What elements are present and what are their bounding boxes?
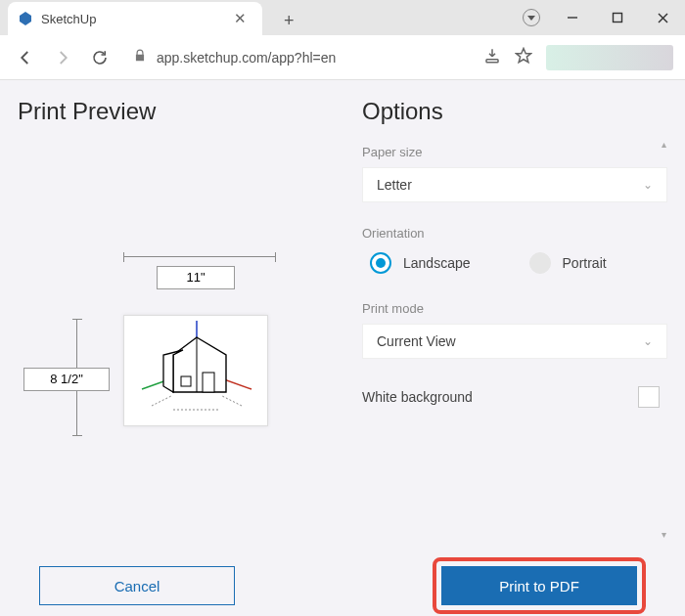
- url-text: app.sketchup.com/app?hl=en: [157, 50, 336, 66]
- browser-tab[interactable]: SketchUp ✕: [8, 2, 262, 35]
- new-tab-button[interactable]: +: [276, 7, 302, 35]
- browser-profile-icon[interactable]: [523, 9, 540, 26]
- preview-thumbnail: [123, 315, 268, 426]
- svg-rect-4: [486, 59, 498, 62]
- width-dimension: 11": [123, 252, 276, 295]
- print-mode-label: Print mode: [362, 301, 667, 316]
- radio-unselected-icon: [529, 252, 551, 274]
- sketchup-favicon-icon: [18, 11, 33, 26]
- paper-size-select[interactable]: Letter ⌄: [362, 167, 667, 202]
- print-to-pdf-button[interactable]: Print to PDF: [441, 566, 637, 605]
- install-app-icon[interactable]: [483, 47, 501, 68]
- print-preview-panel: Print Preview 11" 8 1/2": [18, 98, 362, 550]
- chevron-down-icon: ⌄: [643, 334, 653, 348]
- svg-marker-5: [517, 48, 531, 62]
- white-bg-group: White background: [362, 382, 667, 412]
- lock-icon: [133, 49, 147, 66]
- chevron-down-icon: ⌄: [643, 178, 653, 192]
- svg-rect-10: [203, 373, 214, 392]
- white-bg-checkbox[interactable]: [638, 386, 660, 408]
- print-mode-select[interactable]: Current View ⌄: [362, 324, 667, 359]
- landscape-label: Landscape: [403, 255, 471, 271]
- options-title: Options: [362, 98, 667, 125]
- svg-line-13: [222, 396, 242, 406]
- print-mode-group: Print mode Current View ⌄: [362, 301, 667, 359]
- house-model-icon: [124, 316, 268, 426]
- orientation-label: Orientation: [362, 226, 667, 241]
- dialog-footer: Cancel Print to PDF: [0, 550, 685, 614]
- white-bg-label: White background: [362, 389, 473, 405]
- maximize-button[interactable]: [595, 0, 640, 35]
- dialog-content: Print Preview 11" 8 1/2": [0, 80, 685, 550]
- preview-area: 11" 8 1/2": [18, 145, 362, 448]
- address-actions: [483, 45, 673, 70]
- window-controls: [523, 0, 685, 35]
- height-dimension: 8 1/2": [18, 319, 115, 436]
- width-value: 11": [157, 266, 235, 289]
- back-button[interactable]: [12, 44, 39, 71]
- url-display[interactable]: app.sketchup.com/app?hl=en: [123, 49, 474, 66]
- bookmark-star-icon[interactable]: [515, 47, 532, 68]
- address-bar: app.sketchup.com/app?hl=en: [0, 35, 685, 80]
- tab-strip: SketchUp ✕ +: [8, 2, 302, 35]
- print-button-highlight: Print to PDF: [433, 557, 646, 614]
- options-panel: Options ▴ Paper size Letter ⌄ Orientatio…: [362, 98, 667, 550]
- svg-rect-1: [614, 14, 622, 22]
- portrait-label: Portrait: [563, 255, 607, 271]
- orientation-landscape-radio[interactable]: Landscape: [370, 252, 471, 274]
- orientation-portrait-radio[interactable]: Portrait: [529, 252, 607, 274]
- paper-size-label: Paper size: [362, 145, 667, 159]
- orientation-group: Orientation Landscape Portrait: [362, 226, 667, 278]
- svg-rect-11: [181, 376, 191, 386]
- preview-title: Print Preview: [18, 98, 362, 125]
- close-tab-icon[interactable]: ✕: [228, 10, 252, 27]
- profile-avatar[interactable]: [546, 45, 673, 70]
- tab-title: SketchUp: [41, 12, 220, 26]
- close-window-button[interactable]: [640, 0, 685, 35]
- scroll-up-icon[interactable]: ▴: [662, 139, 666, 150]
- cancel-button[interactable]: Cancel: [39, 566, 235, 605]
- height-value: 8 1/2": [23, 368, 110, 391]
- svg-line-12: [152, 396, 171, 406]
- scroll-down-icon[interactable]: ▾: [662, 529, 666, 540]
- print-mode-value: Current View: [377, 333, 456, 349]
- radio-selected-icon: [370, 252, 391, 274]
- window-titlebar: SketchUp ✕ +: [0, 0, 685, 35]
- forward-button[interactable]: [49, 44, 76, 71]
- reload-button[interactable]: [86, 44, 114, 71]
- paper-size-group: Paper size Letter ⌄: [362, 145, 667, 202]
- minimize-button[interactable]: [550, 0, 595, 35]
- paper-size-value: Letter: [377, 177, 412, 193]
